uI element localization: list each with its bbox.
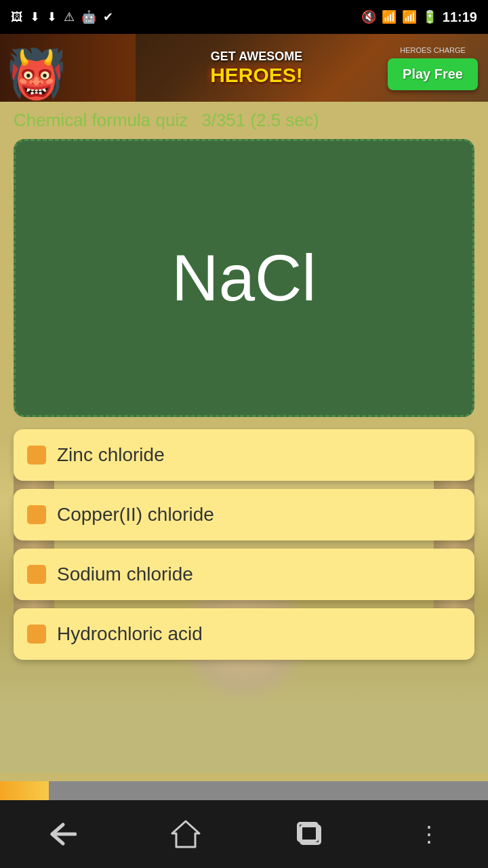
back-button[interactable] [26,815,97,853]
nav-bar: ⋮ [0,800,488,868]
svg-marker-1 [172,821,199,847]
quiz-header: Chemical formula quiz 3/351 (2.5 sec) [0,102,488,139]
quiz-title: Chemical formula quiz [14,110,188,131]
question-card: NaCl [14,139,474,417]
check-icon: ✔ [103,9,113,24]
status-icons-left: 🖼 ⬇ ⬇ ⚠ 🤖 ✔ [11,9,113,24]
quiz-progress: 3/351 (2.5 sec) [201,110,319,131]
home-icon [171,820,201,848]
android-icon: 🤖 [81,9,96,24]
ad-heroes-text: HEROES! [142,64,371,87]
ad-text-area: GET AWESOME HEROES! [136,44,378,92]
status-time: 11:19 [443,9,477,25]
status-bar: 🖼 ⬇ ⬇ ⚠ 🤖 ✔ 🔇 📶 📶 🔋 11:19 [0,0,488,34]
answer-icon-1 [27,446,46,465]
progress-bar-container [0,781,488,800]
mute-icon: 🔇 [361,9,376,24]
ad-character-image [0,34,136,102]
answer-option-4[interactable]: Hydrochloric acid [14,608,474,660]
play-free-button[interactable]: Play Free [388,58,478,90]
photo-icon: 🖼 [11,10,23,24]
answer-icon-4 [27,625,46,644]
download-icon-2: ⬇ [47,9,57,24]
ad-character-area [0,34,136,102]
back-icon [47,822,77,846]
ad-get-text: GET AWESOME [142,50,371,64]
menu-dots-icon: ⋮ [418,821,441,847]
home-button[interactable] [150,813,221,855]
answers-container: Zinc chloride Copper(II) chloride Sodium… [0,424,488,665]
answer-option-2[interactable]: Copper(II) chloride [14,489,474,540]
answer-icon-3 [27,565,46,584]
signal-icon: 📶 [402,9,417,24]
answer-text-2: Copper(II) chloride [57,504,214,526]
wifi-icon: 📶 [382,9,396,24]
answer-text-3: Sodium chloride [57,564,193,585]
recents-icon [294,821,324,848]
progress-bar-fill [0,781,49,800]
download-icon-1: ⬇ [30,9,40,24]
status-icons-right: 🔇 📶 📶 🔋 11:19 [361,9,477,25]
battery-icon: 🔋 [422,9,437,24]
chemical-formula: NaCl [171,241,316,315]
recents-button[interactable] [274,814,344,854]
menu-button[interactable]: ⋮ [398,814,462,854]
answer-text-4: Hydrochloric acid [57,623,203,645]
warning-icon: ⚠ [64,9,75,24]
answer-option-3[interactable]: Sodium chloride [14,549,474,600]
answer-text-1: Zinc chloride [57,444,165,466]
ad-logo-text: HEROES CHARGE [400,46,466,54]
ad-banner[interactable]: GET AWESOME HEROES! HEROES CHARGE Play F… [0,34,488,102]
ad-cta-area[interactable]: HEROES CHARGE Play Free [378,39,488,97]
answer-option-1[interactable]: Zinc chloride [14,429,474,481]
answer-icon-2 [27,505,46,524]
